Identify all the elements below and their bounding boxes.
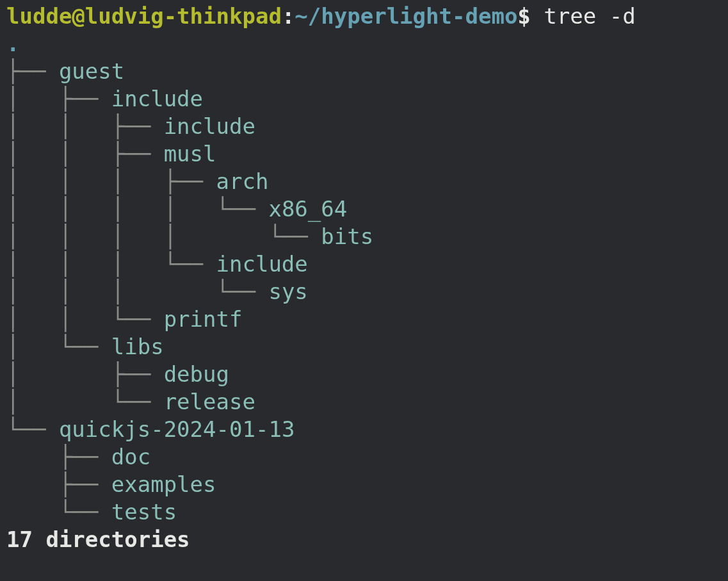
- tree-dir: include: [216, 251, 308, 277]
- tree-dir: libs: [111, 334, 164, 359]
- tree-branch: │ └──: [6, 389, 164, 414]
- tree-dir: release: [164, 389, 255, 414]
- prompt-command: tree -d: [544, 3, 635, 29]
- tree-dir: musl: [164, 141, 216, 167]
- prompt-dollar: $: [517, 3, 530, 29]
- tree-branch: └──: [6, 416, 59, 442]
- tree-branch: │ │ ├──: [6, 113, 164, 139]
- tree-summary: 17 directories: [6, 527, 190, 552]
- terminal-output: ludde@ludvig-thinkpad:~/hyperlight-demo$…: [0, 0, 728, 560]
- prompt-user: ludde@ludvig-thinkpad: [6, 3, 282, 29]
- tree-root: .: [6, 31, 19, 56]
- tree-branch: │ │ │ ├──: [6, 168, 216, 194]
- tree-branch: │ │ │ │ └──: [6, 196, 268, 222]
- tree-dir: debug: [164, 361, 229, 387]
- tree-dir: printf: [164, 306, 243, 332]
- tree-dir: tests: [111, 499, 177, 525]
- prompt-line[interactable]: ludde@ludvig-thinkpad:~/hyperlight-demo$…: [6, 3, 636, 29]
- tree-dir: bits: [321, 224, 373, 249]
- tree-branch: │ │ └──: [6, 306, 164, 332]
- tree-branch: │ └──: [6, 334, 111, 359]
- tree-branch: │ │ │ │ └──: [6, 224, 321, 249]
- tree-dir: examples: [111, 471, 216, 497]
- tree-dir: x86_64: [268, 196, 347, 222]
- tree-dir: include: [164, 113, 255, 139]
- tree-dir: include: [111, 86, 203, 111]
- tree-body: ├── guest │ ├── include │ │ ├── include …: [6, 58, 373, 525]
- tree-dir: arch: [216, 168, 269, 194]
- tree-branch: ├──: [6, 58, 59, 84]
- tree-branch: │ ├──: [6, 86, 111, 111]
- prompt-colon: :: [282, 3, 295, 29]
- tree-branch: └──: [6, 499, 111, 525]
- tree-branch: │ │ ├──: [6, 141, 164, 167]
- tree-dir: sys: [268, 279, 307, 304]
- tree-branch: ├──: [6, 471, 111, 497]
- tree-branch: │ ├──: [6, 361, 164, 387]
- tree-dir: guest: [59, 58, 124, 84]
- tree-branch: ├──: [6, 444, 111, 470]
- tree-dir: quickjs-2024-01-13: [59, 416, 295, 442]
- tree-branch: │ │ │ └──: [6, 251, 216, 277]
- tree-dir: doc: [111, 444, 150, 470]
- tree-branch: │ │ │ └──: [6, 279, 268, 304]
- prompt-cwd: ~/hyperlight-demo: [295, 3, 517, 29]
